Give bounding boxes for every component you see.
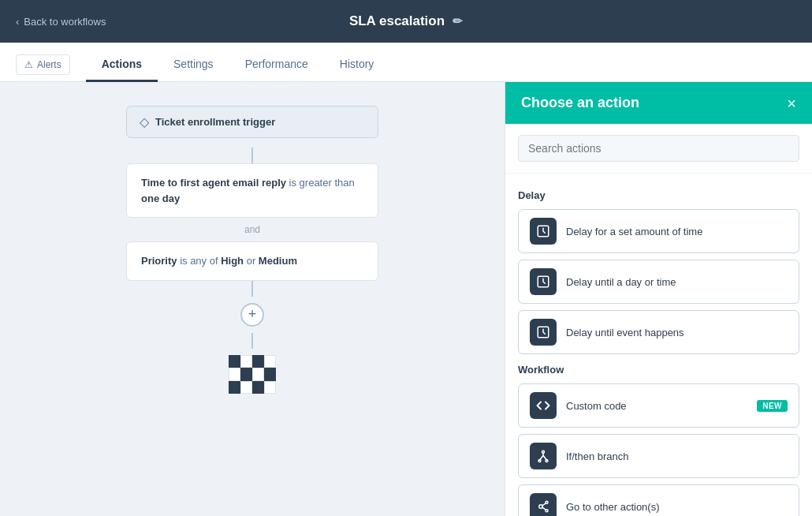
checker-cell [229,355,240,368]
checker-cell [240,381,252,394]
checker-cell [252,355,264,368]
main-layout: ◇ Ticket enrollment trigger Time to firs… [0,82,812,516]
condition-2-sep: or [244,255,259,267]
panel-header: Choose an action × [505,82,812,124]
action-if-then[interactable]: If/then branch [518,434,799,478]
condition-1-field: Time to first agent email reply [141,177,286,189]
top-nav: ‹ Back to workflows SLA escalation ✏ [0,0,812,43]
plus-icon: + [248,306,257,323]
svg-point-7 [538,460,541,462]
condition-1-value: one day [141,193,180,204]
condition-1-operator: is greater than [286,177,355,189]
connector-line-2 [251,281,253,297]
back-link[interactable]: ‹ Back to workflows [16,16,106,28]
section-label-delay: Delay [518,189,799,201]
if-then-label: If/then branch [566,451,788,462]
end-marker [229,355,276,394]
checker-cell [229,381,240,394]
svg-line-12 [542,503,546,506]
page-title: SLA escalation ✏ [349,13,463,29]
tab-settings[interactable]: Settings [158,48,229,82]
checker-cell [252,368,264,381]
checker-cell [240,355,252,368]
go-to-icon [530,493,557,516]
panel-title: Choose an action [521,95,639,111]
tab-actions[interactable]: Actions [86,48,158,82]
workflow-name: SLA escalation [349,13,445,29]
search-input[interactable] [518,135,799,162]
alerts-label: Alerts [37,59,61,70]
trigger-block[interactable]: ◇ Ticket enrollment trigger [126,106,378,138]
condition-card-2[interactable]: Priority is any of High or Medium [126,241,378,281]
checker-cell [264,355,276,368]
connector-line-1 [251,148,253,163]
condition-text-2: Priority is any of High or Medium [141,253,363,269]
delay-set-icon [530,218,557,245]
tab-history[interactable]: History [324,48,390,82]
checker-cell [264,381,276,394]
svg-line-13 [542,507,546,510]
and-divider: and [244,224,260,235]
condition-2-value2: Medium [259,255,297,267]
tab-bar: ⚠ Alerts Actions Settings Performance Hi… [0,43,812,82]
back-arrow-icon: ‹ [16,16,19,28]
go-to-label: Go to other action(s) [566,501,788,513]
condition-text-1: Time to first agent email reply is great… [141,175,363,206]
panel-search-area [505,124,812,174]
new-badge: NEW [757,400,788,412]
workflow-canvas: ◇ Ticket enrollment trigger Time to firs… [0,82,505,516]
condition-2-field: Priority [141,255,177,267]
if-then-icon [530,443,557,469]
action-panel: Choose an action × Delay Delay for a set… [505,82,812,516]
delay-set-label: Delay for a set amount of time [566,226,788,237]
delay-event-icon [530,319,557,346]
tab-performance[interactable]: Performance [229,48,324,82]
action-delay-day[interactable]: Delay until a day or time [518,260,799,304]
checker-cell [264,368,276,381]
delay-day-icon [530,268,557,295]
section-label-workflow: Workflow [518,364,799,376]
back-link-label: Back to workflows [24,16,106,28]
action-delay-set[interactable]: Delay for a set amount of time [518,209,799,253]
condition-2-value1: High [221,255,244,267]
trigger-label: Ticket enrollment trigger [155,116,275,128]
edit-icon[interactable]: ✏ [453,14,463,28]
checker-cell [240,368,252,381]
action-custom-code[interactable]: Custom code NEW [518,383,799,428]
alert-icon: ⚠ [24,59,33,70]
action-delay-event[interactable]: Delay until event happens [518,310,799,354]
panel-body: Delay Delay for a set amount of time Del… [505,174,812,516]
add-action-button[interactable]: + [240,303,264,327]
delay-day-label: Delay until a day or time [566,276,788,288]
checker-cell [252,381,264,394]
condition-card-1[interactable]: Time to first agent email reply is great… [126,163,378,218]
condition-2-operator: is any of [177,255,222,267]
custom-code-label: Custom code [566,400,747,412]
delay-event-label: Delay until event happens [566,327,788,338]
alerts-button[interactable]: ⚠ Alerts [16,54,70,75]
action-go-to[interactable]: Go to other action(s) [518,484,799,516]
close-panel-button[interactable]: × [787,95,796,111]
connector-line-3 [251,333,253,349]
custom-code-icon [530,392,557,419]
trigger-icon: ◇ [140,114,149,129]
conditions-block: Time to first agent email reply is great… [126,163,378,281]
checker-cell [229,368,240,381]
